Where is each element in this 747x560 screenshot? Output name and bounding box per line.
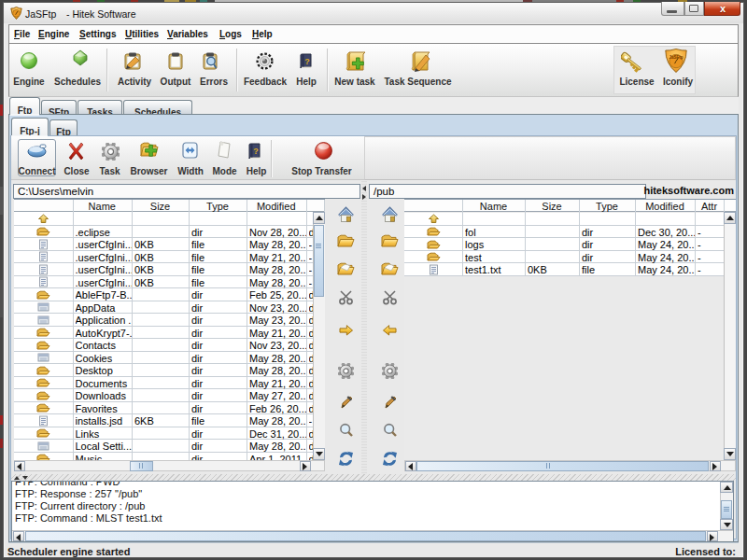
svg-text:?: ? (253, 147, 259, 156)
svg-text:?: ? (304, 57, 310, 66)
svg-text:JaSFtp: JaSFtp (669, 55, 683, 60)
